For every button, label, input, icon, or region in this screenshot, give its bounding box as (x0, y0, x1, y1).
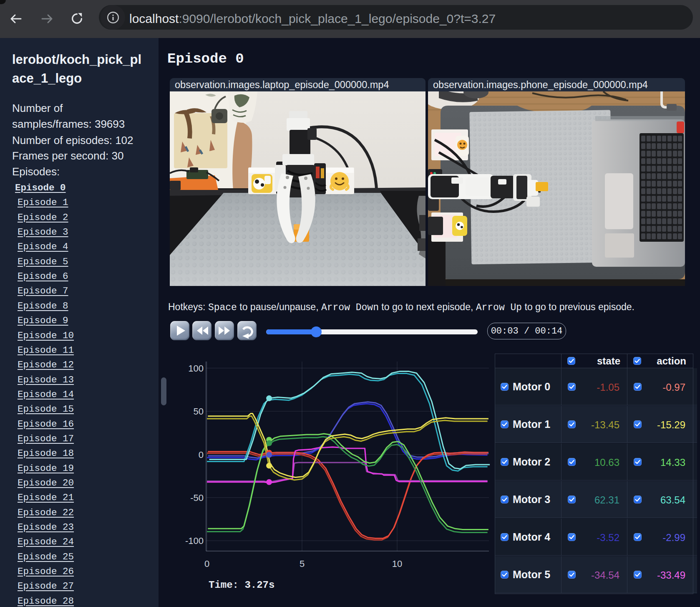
svg-text:5: 5 (300, 559, 305, 569)
svg-text:-100: -100 (185, 536, 204, 546)
svg-text:0: 0 (204, 559, 209, 569)
svg-text:50: 50 (194, 406, 204, 417)
svg-text:-50: -50 (190, 493, 204, 503)
svg-text:0: 0 (199, 450, 204, 460)
svg-text:10: 10 (392, 559, 402, 569)
svg-text:100: 100 (188, 363, 204, 374)
